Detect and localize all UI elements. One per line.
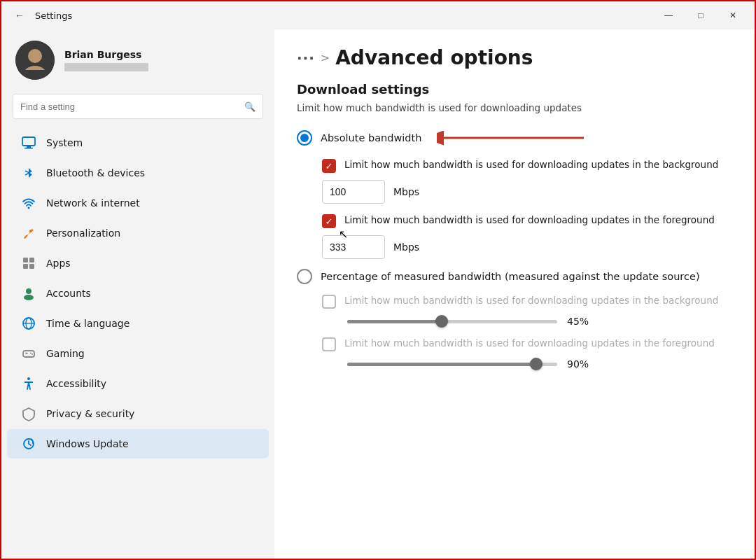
sidebar-item-apps[interactable]: Apps: [7, 248, 269, 278]
radio-absolute-bandwidth[interactable]: Absolute bandwidth: [297, 127, 729, 148]
sidebar-item-privacy[interactable]: Privacy & security: [7, 399, 269, 428]
main-panel: ··· > Advanced options Download settings…: [274, 29, 756, 560]
checkmark-icon-2: ✓: [326, 217, 333, 226]
percentage-bandwidth-options: Limit how much bandwidth is used for dow…: [322, 294, 729, 370]
svg-point-8: [29, 230, 32, 232]
slider-bg-fill: [347, 320, 442, 323]
settings-window: ← Settings — □ ✕: [1, 1, 756, 560]
svg-point-23: [27, 377, 30, 380]
breadcrumb-dots: ···: [297, 50, 315, 66]
checkbox-bg-percentage-label: Limit how much bandwidth is used for dow…: [344, 294, 718, 307]
absolute-bandwidth-options: ✓ Limit how much bandwidth is used for d…: [322, 158, 729, 259]
checkbox-fg-percentage[interactable]: Limit how much bandwidth is used for dow…: [322, 337, 729, 351]
search-input[interactable]: [20, 102, 239, 112]
svg-point-1: [28, 49, 42, 63]
slider-fg-thumb[interactable]: [530, 358, 542, 370]
checkbox-bg-bandwidth[interactable]: ✓ Limit how much bandwidth is used for d…: [322, 158, 729, 173]
maximize-button[interactable]: □: [685, 4, 717, 27]
slider-bg-track[interactable]: [347, 320, 557, 323]
svg-point-13: [26, 288, 31, 294]
checkbox-fg-bandwidth-box[interactable]: ✓: [322, 214, 336, 228]
svg-rect-5: [27, 146, 31, 148]
page-title: Advanced options: [335, 46, 533, 69]
sidebar-item-privacy-label: Privacy & security: [46, 408, 134, 419]
nav-list: System Bluetooth & devices Network & int…: [1, 127, 274, 459]
checkbox-bg-bandwidth-label: Limit how much bandwidth is used for dow…: [344, 158, 718, 172]
sidebar-item-personalization-label: Personalization: [46, 227, 120, 239]
svg-rect-11: [23, 264, 28, 269]
input-bg-bandwidth-row: Mbps: [322, 180, 729, 204]
sidebar-item-accounts-label: Accounts: [46, 288, 91, 299]
minimize-button[interactable]: —: [652, 4, 685, 27]
slider-fg-value: 90%: [567, 358, 589, 370]
sidebar-item-network[interactable]: Network & internet: [7, 188, 269, 218]
sidebar-item-update-label: Windows Update: [46, 438, 129, 449]
gaming-icon: [21, 346, 36, 361]
section-title: Download settings: [297, 82, 729, 97]
sidebar-item-accessibility-label: Accessibility: [46, 378, 106, 389]
svg-point-7: [28, 207, 30, 209]
svg-rect-4: [22, 137, 35, 146]
globe-icon: [21, 316, 36, 331]
checkbox-fg-percentage-label: Limit how much bandwidth is used for dow…: [344, 337, 715, 350]
wifi-icon: [21, 195, 36, 211]
svg-rect-12: [29, 264, 34, 269]
slider-fg-section: 90%: [347, 358, 729, 370]
avatar: [15, 41, 55, 80]
sidebar-item-gaming-label: Gaming: [46, 348, 85, 359]
mbps-unit-1: Mbps: [393, 186, 419, 197]
bandwidth-fg-input[interactable]: [322, 235, 385, 259]
checkbox-fg-bandwidth-label: Limit how much bandwidth is used for dow…: [344, 214, 715, 227]
search-box[interactable]: 🔍: [13, 94, 263, 119]
sidebar-item-personalization[interactable]: Personalization: [7, 218, 269, 248]
search-icon: 🔍: [244, 102, 255, 112]
slider-bg-row: 45%: [347, 316, 729, 327]
radio-percentage-bandwidth-circle[interactable]: [297, 269, 312, 284]
sidebar-item-bluetooth[interactable]: Bluetooth & devices: [7, 158, 269, 188]
checkbox-fg-bandwidth[interactable]: ✓ Limit how much bandwidth is used for d…: [322, 214, 729, 228]
svg-rect-3: [15, 70, 55, 80]
sidebar-item-accounts[interactable]: Accounts: [7, 279, 269, 308]
sidebar-item-bluetooth-label: Bluetooth & devices: [46, 167, 145, 178]
slider-fg-row: 90%: [347, 358, 729, 370]
sidebar-item-accessibility[interactable]: Accessibility: [7, 369, 269, 398]
sidebar-item-update[interactable]: Windows Update: [7, 429, 269, 458]
avatar-image: [15, 41, 55, 80]
checkbox-bg-percentage-box[interactable]: [322, 295, 336, 309]
mbps-unit-2: Mbps: [393, 241, 419, 253]
accessibility-icon: [21, 376, 36, 391]
slider-bg-thumb[interactable]: [435, 315, 448, 328]
svg-line-20: [27, 353, 28, 354]
radio-absolute-bandwidth-circle[interactable]: [297, 130, 312, 146]
checkbox-bg-percentage[interactable]: Limit how much bandwidth is used for dow…: [322, 294, 729, 309]
svg-point-21: [30, 353, 31, 354]
sidebar-item-time-label: Time & language: [46, 318, 130, 329]
breadcrumb: ··· > Advanced options: [297, 46, 729, 69]
radio-percentage-bandwidth-label: Percentage of measured bandwidth (measur…: [321, 271, 700, 282]
update-icon: [21, 436, 36, 451]
checkbox-bg-bandwidth-box[interactable]: ✓: [322, 159, 336, 173]
user-info: Brian Burgess: [64, 49, 148, 71]
sidebar-item-time[interactable]: Time & language: [7, 309, 269, 338]
titlebar-left: ← Settings: [10, 6, 72, 25]
brush-icon: [21, 225, 36, 241]
user-email-placeholder: [64, 63, 148, 71]
svg-rect-9: [23, 258, 28, 262]
sidebar-item-gaming[interactable]: Gaming: [7, 339, 269, 368]
sidebar-item-system[interactable]: System: [7, 128, 269, 158]
close-button[interactable]: ✕: [717, 4, 749, 27]
radio-absolute-bandwidth-label: Absolute bandwidth: [321, 132, 421, 144]
slider-fg-track[interactable]: [347, 363, 557, 366]
back-button[interactable]: ←: [10, 6, 29, 25]
svg-point-22: [31, 354, 33, 355]
breadcrumb-separator: >: [321, 51, 330, 64]
checkbox-fg-percentage-box[interactable]: [322, 337, 336, 351]
checkmark-icon: ✓: [326, 162, 333, 171]
user-name: Brian Burgess: [64, 49, 148, 60]
titlebar: ← Settings — □ ✕: [1, 1, 756, 29]
user-section: Brian Burgess: [1, 29, 274, 88]
radio-percentage-bandwidth[interactable]: Percentage of measured bandwidth (measur…: [297, 269, 729, 284]
bluetooth-icon: [21, 165, 36, 181]
section-description: Limit how much bandwidth is used for dow…: [297, 102, 729, 113]
bandwidth-bg-input[interactable]: [322, 180, 385, 204]
